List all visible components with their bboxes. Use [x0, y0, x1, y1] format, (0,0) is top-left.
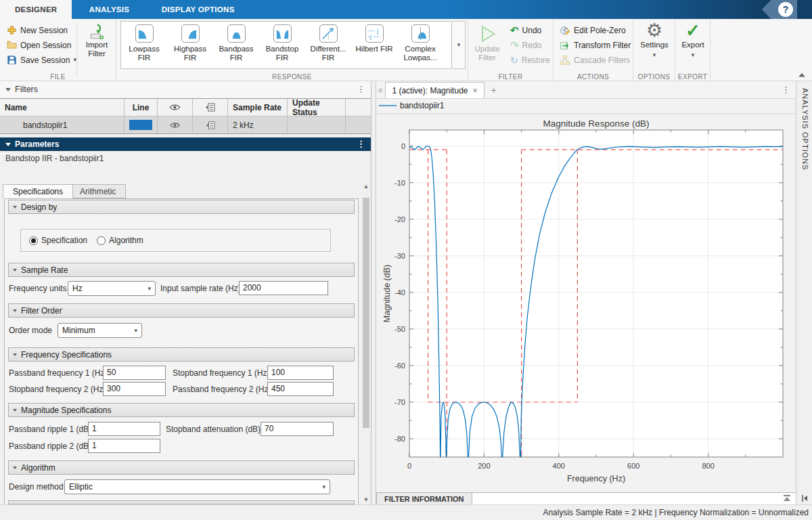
scrollbar-thumb[interactable] [363, 198, 369, 428]
redo-button[interactable]: ↷ Redo [508, 38, 544, 52]
response-highpass-fir[interactable]: Highpass FIR [167, 22, 213, 68]
stopband-frequency-1-field[interactable]: 100 [267, 366, 334, 380]
stopband-frequency-2-field[interactable]: 300 [103, 382, 166, 396]
magnitude-specifications-header[interactable]: Magnitude Specifications [8, 403, 355, 417]
transform-filter-button[interactable]: Transform Filter [557, 38, 633, 52]
passband-ripple-1-field[interactable]: 1 [88, 422, 160, 436]
filter-designer-app: DESIGNER ANALYSIS DISPLAY OPTIONS ? New … [0, 0, 812, 520]
design-method-dropdown[interactable]: Elliptic ▾ [64, 479, 330, 494]
input-rate-label: Input sample rate (Hz) [160, 281, 241, 296]
svg-text:400: 400 [553, 462, 565, 470]
undo-icon: ↶ [510, 24, 519, 37]
scroll-down-icon[interactable]: ▼ [361, 495, 371, 504]
floppy-disk-icon [7, 55, 17, 65]
save-session-button[interactable]: Save Session ▾ [4, 53, 79, 67]
new-tab-button[interactable]: + [484, 85, 503, 95]
analysis-options-strip[interactable]: ANALYSIS OPTIONS [796, 81, 812, 504]
import-filter-button[interactable]: Import Filter [80, 23, 114, 58]
collapse-right-icon[interactable] [800, 494, 809, 502]
parameters-scrollbar[interactable]: ▲ ▼ [361, 181, 371, 504]
column-filter-info [193, 99, 228, 116]
frequency-specifications-header[interactable]: Frequency Specifications [8, 347, 355, 362]
export-button[interactable]: ✓ Export ▾ [676, 20, 710, 58]
radio-specification[interactable]: Specification [29, 236, 87, 245]
tab-magnitude[interactable]: 1 (active): Magnitude × [385, 82, 484, 98]
radio-algorithm[interactable]: Algorithm [97, 236, 143, 245]
filter-info-cell[interactable] [193, 116, 228, 133]
response-complex-lowpass[interactable]: Complex Lowpas... [397, 22, 443, 68]
passband-frequency-2-field[interactable]: 450 [267, 382, 334, 396]
response-lowpass-fir[interactable]: Lowpass FIR [121, 22, 167, 68]
highpass-icon [181, 24, 200, 43]
order-mode-dropdown[interactable]: Minimum ▾ [58, 323, 142, 338]
stopband-frequency-1-label: Stopband frequency 1 (Hz) [173, 366, 269, 381]
section-file-label: FILE [0, 73, 116, 81]
undo-button[interactable]: ↶ Undo [508, 23, 544, 37]
help-icon[interactable]: ? [778, 2, 793, 17]
tab-specifications[interactable]: Specifications [3, 184, 73, 198]
passband-frequency-1-field[interactable]: 50 [103, 366, 166, 380]
sample-rate-header[interactable]: Sample Rate [8, 263, 355, 277]
design-method-row: Design method Elliptic ▾ [0, 479, 371, 494]
filter-name-cell[interactable]: bandstopiir1 [0, 116, 125, 133]
file-divider [76, 22, 77, 77]
new-session-button[interactable]: New Session [4, 23, 70, 37]
settings-label: Settings [640, 41, 669, 49]
hilbert-icon: j -j [365, 24, 384, 43]
response-hilbert-fir[interactable]: j -j Hilbert FIR [351, 22, 397, 68]
filters-menu-icon[interactable]: ⋮ [357, 85, 365, 93]
cascade-filters-label: Cascade Filters [574, 56, 630, 65]
tab-display-options[interactable]: DISPLAY OPTIONS [147, 0, 250, 19]
update-filter-label-2: Filter [478, 53, 496, 62]
table-row[interactable]: bandstopiir1 2 kHz [0, 116, 371, 134]
parameters-panel-header[interactable]: Parameters ⋮ [0, 137, 371, 151]
passband-ripple-2-field[interactable]: 1 [88, 439, 160, 453]
tab-designer[interactable]: DESIGNER [0, 0, 72, 19]
response-bandpass-fir[interactable]: Bandpass FIR [213, 22, 259, 68]
restore-button[interactable]: ↻ Restore [508, 53, 553, 67]
close-icon[interactable]: × [472, 86, 477, 95]
response-bandstop-fir[interactable]: Bandstop FIR [259, 22, 305, 68]
update-status-cell [288, 116, 346, 133]
spacer-cell [346, 116, 371, 133]
expand-panel-icon[interactable] [782, 494, 792, 502]
column-sample-rate: Sample Rate [228, 99, 288, 116]
update-filter-button[interactable]: Update Filter [470, 23, 504, 62]
response-differentiator-fir[interactable]: Different... FIR [305, 22, 351, 68]
response-gallery: Lowpass FIR Highpass FIR Bandpass FIR Ba… [120, 21, 452, 69]
radio-icon [29, 236, 38, 245]
filters-panel-header[interactable]: Filters ⋮ [0, 81, 371, 98]
filter-information-bar: FILTER INFORMATION [376, 492, 796, 504]
response-item-label: FIR [276, 53, 289, 62]
filter-order-row: Order mode Minimum ▾ [0, 323, 371, 338]
edit-pole-zero-button[interactable]: Edit Pole-Zero [557, 23, 629, 37]
filter-information-tab[interactable]: FILTER INFORMATION [376, 492, 472, 504]
cascade-icon [560, 55, 570, 66]
algorithm-header[interactable]: Algorithm [8, 460, 355, 475]
design-by-header[interactable]: Design by [8, 200, 355, 214]
chevron-down-icon: ▾ [148, 286, 151, 292]
settings-button[interactable]: ⚙ Settings ▾ [637, 20, 671, 58]
input-rate-field[interactable]: 2000 [239, 281, 328, 295]
open-session-button[interactable]: Open Session [4, 38, 74, 52]
visibility-cell[interactable] [158, 116, 193, 133]
tab-analysis[interactable]: ANALYSIS [74, 0, 145, 19]
parameters-menu-icon[interactable]: ⋮ [357, 140, 365, 148]
frequency-units-dropdown[interactable]: Hz ▾ [68, 281, 156, 296]
response-gallery-dropdown[interactable]: ▾ [453, 21, 466, 69]
scroll-up-icon[interactable]: ▲ [361, 181, 371, 191]
stopband-attenuation-field[interactable]: 70 [261, 422, 334, 436]
open-session-label: Open Session [20, 41, 71, 50]
cascade-filters-button[interactable]: Cascade Filters [557, 53, 633, 67]
tab-grip-icon[interactable]: ≡ [376, 86, 385, 94]
response-item-label: Bandpass [219, 45, 253, 53]
line-swatch[interactable] [129, 120, 152, 130]
plot-menu-icon[interactable]: ⋮ [782, 85, 796, 95]
filter-order-header[interactable]: Filter Order [8, 303, 355, 318]
tab-arithmetic[interactable]: Arithmetic [70, 184, 126, 198]
response-item-label: FIR [138, 53, 151, 62]
restore-label: Restore [522, 56, 550, 65]
order-mode-value: Minimum [62, 326, 95, 335]
pole-zero-icon [560, 25, 570, 36]
ribbon-collapse-icon[interactable] [797, 70, 807, 79]
